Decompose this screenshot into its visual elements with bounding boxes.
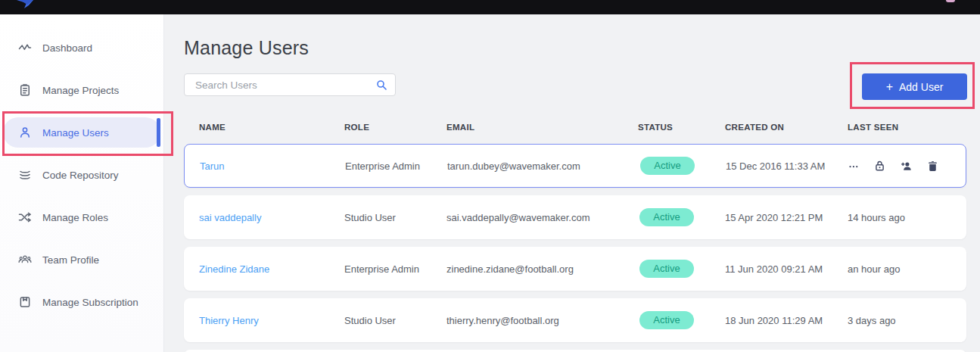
stack-icon: [18, 168, 32, 182]
user-email: sai.vaddepally@wavemaker.com: [446, 212, 638, 223]
created-on: 15 Apr 2020 12:21 PM: [725, 212, 848, 223]
sidebar-item-manage-subscription[interactable]: Manage Subscription: [3, 287, 160, 317]
table-row[interactable]: Zinedine Zidane Enterprise Admin zinedin…: [184, 247, 966, 291]
add-user-button[interactable]: + Add User: [862, 73, 967, 100]
active-indicator: [157, 118, 160, 147]
sidebar-item-manage-roles[interactable]: Manage Roles: [3, 202, 160, 232]
team-icon: [18, 253, 32, 266]
user-role: Enterprise Admin: [345, 160, 447, 172]
sidebar-item-label: Manage Users: [42, 127, 109, 139]
sidebar-item-dashboard[interactable]: Dashboard: [3, 33, 160, 63]
user-name-link[interactable]: Thierry Henry: [199, 315, 344, 326]
created-on: 15 Dec 2016 11:33 AM: [726, 160, 848, 172]
table-row[interactable]: sai vaddepally Studio User sai.vaddepall…: [184, 195, 966, 239]
status-badge: Active: [639, 208, 694, 226]
last-seen: 14 hours ago: [848, 212, 966, 223]
user-email: zinedine.zidane@football.org: [446, 263, 638, 275]
row-actions: [848, 160, 966, 173]
column-header-last-seen: LAST SEEN: [848, 123, 966, 132]
delete-icon[interactable]: [926, 160, 939, 173]
last-seen: 3 days ago: [848, 315, 966, 326]
created-on: 18 Jun 2020 11:29 AM: [725, 315, 848, 326]
table-row[interactable]: Tarun Enterprise Admin tarun.dubey@wavem…: [184, 144, 966, 188]
search-icon[interactable]: [375, 79, 387, 91]
column-header-name: NAME: [199, 123, 344, 132]
sidebar-item-code-repository[interactable]: Code Repository: [3, 160, 160, 190]
add-user-label: Add User: [899, 81, 943, 93]
add-member-icon[interactable]: [900, 160, 913, 173]
sidebar: Dashboard Manage Projects Manage Users C…: [0, 14, 164, 352]
shuffle-icon: [18, 210, 32, 224]
user-role: Studio User: [344, 315, 446, 326]
search-input[interactable]: [184, 73, 396, 96]
column-header-email: EMAIL: [446, 123, 638, 132]
topbar: [0, 0, 980, 14]
status-badge: Active: [640, 157, 695, 175]
clipboard-icon: [18, 83, 32, 97]
user-email: tarun.dubey@wavemaker.com: [447, 160, 639, 172]
column-header-role: ROLE: [344, 123, 446, 132]
sidebar-item-label: Dashboard: [42, 42, 92, 54]
wavemaker-logo[interactable]: [17, 0, 36, 8]
annotation-box-add-user: + Add User: [850, 62, 975, 109]
sidebar-item-team-profile[interactable]: Team Profile: [3, 245, 160, 275]
activity-icon: [18, 41, 32, 55]
user-name-link[interactable]: sai vaddepally: [199, 212, 344, 223]
plus-icon: +: [886, 81, 893, 93]
user-email: thierry.henry@football.org: [446, 315, 638, 326]
column-header-created-on: CREATED ON: [725, 123, 848, 132]
table-header-row: NAME ROLE EMAIL STATUS CREATED ON LAST S…: [184, 120, 966, 135]
user-name-link[interactable]: Zinedine Zidane: [199, 263, 344, 275]
sidebar-item-manage-users[interactable]: Manage Users: [3, 117, 160, 148]
user-role: Studio User: [344, 212, 446, 223]
sidebar-item-manage-projects[interactable]: Manage Projects: [3, 75, 160, 105]
users-table: NAME ROLE EMAIL STATUS CREATED ON LAST S…: [184, 120, 966, 352]
sidebar-item-label: Manage Projects: [42, 85, 119, 96]
created-on: 11 Jun 2020 09:21 AM: [725, 263, 848, 275]
status-badge: Active: [639, 311, 694, 329]
main-content: Manage Users + Add User NAME ROLE EMAIL …: [164, 14, 980, 352]
lock-icon[interactable]: [873, 160, 886, 173]
sidebar-item-label: Code Repository: [42, 170, 119, 181]
column-header-status: STATUS: [638, 123, 725, 132]
more-actions-icon[interactable]: [848, 160, 860, 173]
user-icon: [18, 126, 32, 139]
sidebar-item-label: Manage Subscription: [42, 297, 138, 308]
avatar[interactable]: [946, 0, 955, 2]
user-name-link[interactable]: Tarun: [200, 160, 345, 172]
page-title: Manage Users: [184, 37, 309, 59]
last-seen: an hour ago: [848, 263, 966, 275]
search-box: [184, 73, 396, 96]
user-role: Enterprise Admin: [344, 263, 446, 275]
status-badge: Active: [639, 260, 694, 278]
table-row[interactable]: Thierry Henry Studio User thierry.henry@…: [184, 298, 966, 342]
bookmark-icon: [18, 295, 32, 309]
sidebar-item-label: Manage Roles: [42, 212, 108, 223]
sidebar-item-label: Team Profile: [42, 254, 99, 266]
